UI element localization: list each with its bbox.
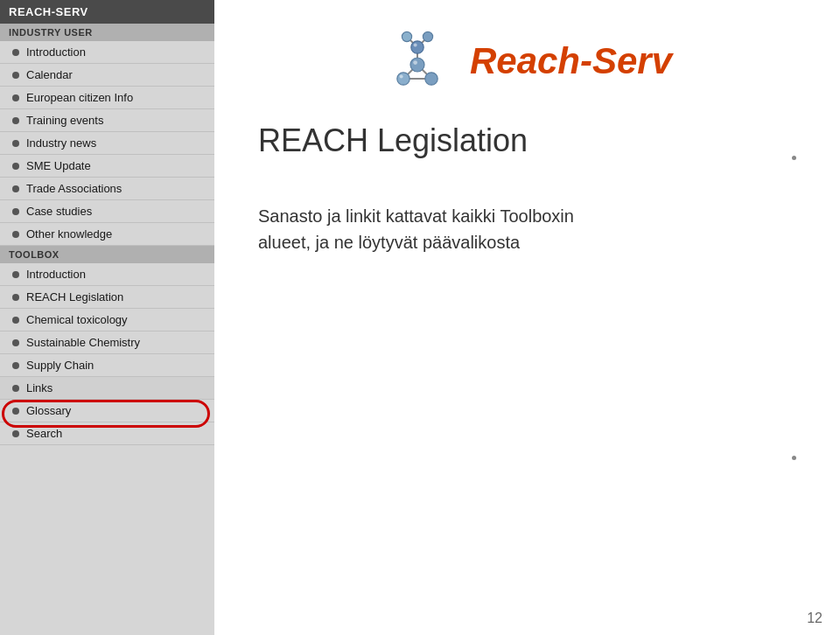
sidebar-logo: REACH-SERV <box>0 0 214 24</box>
svg-point-11 <box>423 31 432 41</box>
sidebar-item-search[interactable]: Search <box>0 422 214 445</box>
bullet-icon <box>12 208 19 215</box>
bullet-icon <box>12 72 19 79</box>
svg-point-10 <box>402 31 411 41</box>
body-text: Sanasto ja linkit kattavat kaikki Toolbo… <box>249 203 805 255</box>
bullet-icon <box>12 117 19 124</box>
logo-graphic <box>382 26 452 96</box>
sidebar-item-supply-chain[interactable]: Supply Chain <box>0 354 214 377</box>
bullet-icon <box>12 408 19 415</box>
page-number: 12 <box>807 611 822 626</box>
bullet-icon <box>12 49 19 56</box>
svg-point-7 <box>397 73 410 85</box>
svg-point-13 <box>414 44 417 47</box>
sidebar-item-industry-news[interactable]: Industry news <box>0 132 214 155</box>
bullet-icon <box>12 271 19 278</box>
sidebar-item-calendar[interactable]: Calendar <box>0 64 214 87</box>
bullet-icon <box>12 94 19 101</box>
bullet-icon <box>12 231 19 238</box>
sidebar-item-links[interactable]: Links <box>0 377 214 400</box>
sidebar-item-intro-toolbox[interactable]: Introduction <box>0 263 214 286</box>
logo-area: Reach-Serv <box>249 26 805 96</box>
bullet-icon <box>12 430 19 437</box>
reach-serv-logo-text: Reach-Serv <box>470 40 672 82</box>
svg-point-14 <box>400 75 403 79</box>
sidebar-item-chem-tox[interactable]: Chemical toxicology <box>0 309 214 331</box>
toolbox-section-label: TOOLBOX <box>0 246 214 263</box>
sidebar-item-other-knowledge[interactable]: Other knowledge <box>0 223 214 246</box>
bullet-icon <box>12 362 19 369</box>
sidebar-item-trade-assoc[interactable]: Trade Associations <box>0 178 214 200</box>
svg-point-9 <box>411 41 424 53</box>
svg-point-8 <box>425 73 438 85</box>
bullet-icon <box>12 185 19 192</box>
bullet-icon <box>12 339 19 346</box>
dot-decoration-1 <box>792 156 796 160</box>
sidebar-item-sme-update[interactable]: SME Update <box>0 155 214 178</box>
sidebar-item-training[interactable]: Training events <box>0 109 214 132</box>
sidebar-item-intro-industry[interactable]: Introduction <box>0 41 214 64</box>
page-title: REACH Legislation <box>249 122 805 159</box>
dot-decoration-2 <box>792 456 796 460</box>
bullet-icon <box>12 163 19 170</box>
sidebar-item-glossary[interactable]: Glossary <box>0 400 214 422</box>
sidebar-item-eu-citizen[interactable]: European citizen Info <box>0 87 214 109</box>
svg-point-6 <box>410 58 424 72</box>
sidebar-item-reach-legislation[interactable]: REACH Legislation <box>0 286 214 309</box>
bullet-icon <box>12 317 19 324</box>
sidebar-item-case-studies[interactable]: Case studies <box>0 200 214 223</box>
industry-section-label: INDUSTRY USER <box>0 24 214 41</box>
sidebar-item-links-wrapper: Links <box>0 377 214 400</box>
bullet-icon <box>12 385 19 392</box>
sidebar: REACH-SERV INDUSTRY USER Introduction Ca… <box>0 0 214 635</box>
sidebar-item-sustain-chem[interactable]: Sustainable Chemistry <box>0 331 214 354</box>
bullet-icon <box>12 294 19 301</box>
main-content: Reach-Serv REACH Legislation Sanasto ja … <box>214 0 840 635</box>
svg-point-12 <box>413 60 417 65</box>
bullet-icon <box>12 140 19 147</box>
